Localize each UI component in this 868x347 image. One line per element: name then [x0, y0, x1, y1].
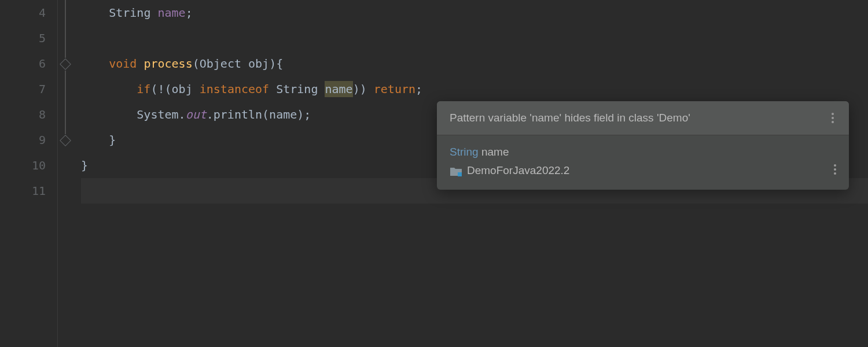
highlighted-identifier[interactable]: name [325, 81, 352, 97]
declaration-info: String name [450, 146, 836, 158]
module-folder-icon [450, 166, 461, 175]
more-actions-icon[interactable] [829, 110, 836, 125]
line-number: 11 [0, 178, 46, 204]
declaration-type: String [450, 146, 479, 158]
line-number: 6 [0, 51, 46, 76]
inspection-tooltip: Pattern variable 'name' hides field in c… [437, 101, 849, 190]
fold-marker-open-icon[interactable] [60, 58, 71, 70]
tooltip-body: String name DemoForJava2022.2 [437, 135, 849, 190]
more-options-icon[interactable] [832, 162, 838, 177]
line-number: 5 [0, 25, 46, 51]
line-number: 10 [0, 153, 46, 178]
module-name: DemoForJava2022.2 [467, 164, 569, 177]
code-line[interactable]: String name; [81, 0, 868, 25]
declaration-name: name [481, 146, 509, 158]
tooltip-header: Pattern variable 'name' hides field in c… [437, 101, 849, 135]
line-number: 9 [0, 127, 46, 153]
line-number: 4 [0, 0, 46, 25]
declaration-location: DemoForJava2022.2 [450, 164, 836, 177]
fold-gutter [58, 0, 75, 347]
fold-marker-close-icon[interactable] [60, 135, 71, 146]
code-line[interactable]: void process(Object obj){ [81, 51, 868, 76]
line-number-gutter: 4 5 6 7 8 9 10 11 [0, 0, 58, 347]
code-line[interactable] [81, 25, 868, 51]
inspection-message: Pattern variable 'name' hides field in c… [450, 112, 690, 124]
line-number: 8 [0, 102, 46, 127]
svg-rect-0 [458, 172, 462, 176]
code-line[interactable]: if(!(obj instanceof String name)) return… [81, 76, 868, 102]
line-number: 7 [0, 76, 46, 102]
